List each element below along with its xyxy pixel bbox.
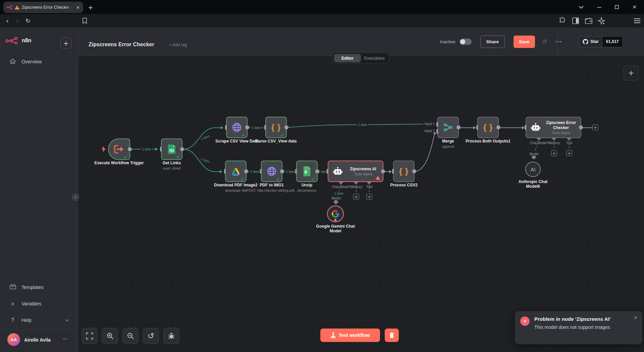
- sidebar-item-variables[interactable]: x Variables: [0, 298, 78, 309]
- sidebar-collapse-handle[interactable]: ‹: [72, 193, 79, 201]
- forward-icon[interactable]: ›: [16, 17, 19, 25]
- success-check-icon: ✓: [241, 132, 245, 138]
- node-zipscreen-error-checker[interactable]: Zipscreen Error Checker Tools Agent: [526, 117, 581, 138]
- node-zipscreens-ai[interactable]: Zipscreens AI Tools Agent !: [328, 161, 383, 182]
- share-button[interactable]: Share: [480, 36, 505, 48]
- tab-executions[interactable]: Executions: [361, 54, 388, 62]
- reload-icon[interactable]: ↻: [25, 17, 30, 24]
- new-tab-button[interactable]: +: [88, 4, 93, 11]
- window-minimize-icon[interactable]: [597, 5, 601, 9]
- output-port[interactable]: [128, 147, 132, 151]
- output-port[interactable]: [457, 125, 461, 129]
- menu-hamburger-icon[interactable]: [634, 18, 640, 23]
- browser-tab[interactable]: ! Zipscreens Error Checker - n ✕: [3, 2, 83, 13]
- n8n-favicon: [7, 5, 12, 9]
- success-check-icon: ✓: [276, 176, 280, 182]
- workflow-title[interactable]: Zipscreens Error Checker: [89, 42, 154, 48]
- input-port-1: [436, 122, 438, 127]
- edge-label: 1 item: [333, 192, 344, 195]
- sidebar-item-label: Variables: [21, 301, 41, 306]
- robot-icon: [333, 167, 343, 176]
- tab-title: Zipscreens Error Checker - n: [22, 5, 74, 10]
- node-execute-workflow-trigger[interactable]: ✓: [108, 138, 130, 160]
- output-port[interactable]: [180, 147, 184, 151]
- history-icon[interactable]: ↺: [542, 38, 547, 45]
- window-close-icon[interactable]: ✕: [632, 4, 637, 10]
- output-port[interactable]: [244, 169, 248, 173]
- output-port[interactable]: [579, 125, 583, 129]
- google-sheets-icon: [167, 144, 176, 155]
- wallet-icon[interactable]: [585, 18, 592, 24]
- node-google-gemini-chat-model[interactable]: !: [327, 206, 344, 222]
- output-port[interactable]: [381, 169, 385, 173]
- node-download-pdf-image2[interactable]: ✓: [225, 161, 247, 182]
- output-port[interactable]: [284, 125, 288, 129]
- delete-workflow-button[interactable]: [385, 329, 399, 342]
- node-pdf-to-img1[interactable]: ✓: [261, 161, 282, 182]
- leo-ai-sparkle-icon[interactable]: [598, 17, 605, 24]
- window-maximize-icon[interactable]: [615, 5, 619, 9]
- header-right-section: Star 51,517: [557, 27, 644, 56]
- help-icon: ?: [9, 317, 16, 323]
- node-parse-csv-view-data[interactable]: { } ✓: [265, 117, 287, 138]
- browser-toolbar: ‹ › ↻ i localhost:5678/workflow/rJH9Rd54…: [0, 14, 644, 27]
- debug-button[interactable]: [163, 328, 179, 344]
- node-anthropic-chat-model6[interactable]: A\: [525, 162, 541, 177]
- zoom-in-button[interactable]: [102, 328, 118, 344]
- user-menu-dots[interactable]: •••: [63, 337, 67, 341]
- add-tag-button[interactable]: + Add tag: [169, 43, 187, 47]
- merge-input1-label: Input 1: [424, 122, 436, 126]
- input-port-2: [436, 129, 438, 134]
- tab-editor[interactable]: Editor: [334, 54, 361, 62]
- test-workflow-button[interactable]: Test workflow: [320, 329, 380, 342]
- fit-view-button[interactable]: [82, 328, 98, 344]
- workflow-trigger-icon: [114, 145, 124, 154]
- active-toggle[interactable]: [460, 39, 472, 45]
- output-port[interactable]: [412, 169, 416, 173]
- sidebar-item-overview[interactable]: Overview: [0, 56, 78, 67]
- window-chevron-icon[interactable]: [579, 6, 584, 9]
- node-unzip[interactable]: ✓: [296, 161, 318, 182]
- reset-view-button[interactable]: ↺: [143, 328, 159, 344]
- output-port[interactable]: [245, 125, 249, 129]
- sidebar-item-help[interactable]: ? Help: [0, 314, 78, 326]
- edge-label: 1 item: [251, 126, 262, 130]
- sidebar-divider: [0, 329, 78, 330]
- node-process-both-outputs1[interactable]: { }: [477, 117, 499, 138]
- error-toast: ✕ Problem in node ‘Zipscreens AI’ This m…: [515, 311, 642, 344]
- edge-label: 1 item: [357, 123, 368, 127]
- sidebar-panel-icon[interactable]: [572, 17, 579, 24]
- toast-title: Problem in node ‘Zipscreens AI’: [534, 316, 618, 322]
- node-merge[interactable]: [437, 117, 459, 138]
- zoom-out-icon: [127, 333, 134, 340]
- chevron-down-icon: [65, 319, 69, 321]
- sidebar-item-label: Templates: [21, 285, 44, 290]
- node-scrape-csv-view-data[interactable]: ✓: [226, 117, 248, 138]
- save-button[interactable]: Save: [514, 36, 535, 48]
- avatar[interactable]: AA: [7, 333, 20, 346]
- variables-icon: x: [9, 300, 16, 307]
- code-braces-icon: { }: [271, 123, 281, 132]
- toast-close-icon[interactable]: ✕: [634, 315, 638, 320]
- workflow-canvas[interactable]: 1 item 1 item 1 item 1 item 1 item 1 ite…: [78, 56, 644, 352]
- github-star-widget[interactable]: Star 51,517: [579, 36, 623, 47]
- model-port-label: Model: [330, 196, 341, 200]
- globe-icon: [266, 166, 277, 177]
- output-port[interactable]: [280, 169, 284, 173]
- input-port: [225, 125, 227, 130]
- bookmark-icon[interactable]: [82, 18, 87, 24]
- input-port: [264, 125, 266, 130]
- sidebar-item-templates[interactable]: Templates: [0, 282, 78, 293]
- fit-view-icon: [86, 333, 93, 339]
- extensions-puzzle-icon[interactable]: [559, 17, 566, 24]
- output-port[interactable]: [315, 169, 319, 173]
- back-icon[interactable]: ‹: [6, 17, 9, 25]
- zoom-out-button[interactable]: [122, 328, 139, 344]
- tab-close-icon[interactable]: ✕: [76, 5, 80, 10]
- zoom-in-icon: [107, 333, 114, 340]
- canvas-add-node-button[interactable]: +: [624, 65, 639, 80]
- output-port[interactable]: [496, 125, 500, 129]
- node-get-links[interactable]: ✓: [161, 138, 182, 160]
- node-process-csv2[interactable]: { }: [393, 161, 415, 182]
- add-workflow-button[interactable]: +: [60, 38, 71, 49]
